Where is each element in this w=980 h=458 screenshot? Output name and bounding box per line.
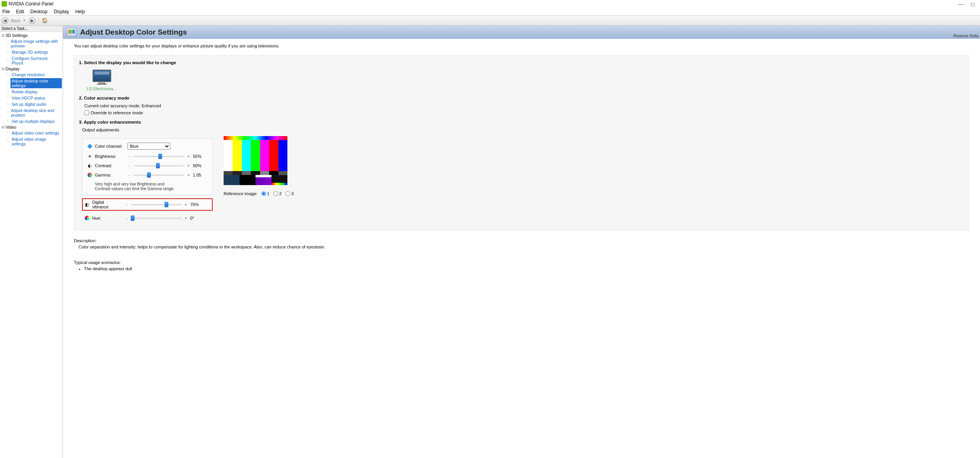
vibrance-slider[interactable] — [131, 202, 182, 207]
minus-icon: - — [128, 173, 131, 177]
intro-text: You can adjust desktop color settings fo… — [74, 44, 969, 48]
menu-display[interactable]: Display — [53, 9, 70, 14]
tree-link[interactable]: Configure Surround, PhysX — [11, 56, 62, 66]
tree-expander-icon[interactable]: ⊟ — [1, 125, 5, 129]
main-pane: Adjust Desktop Color Settings Restore De… — [63, 26, 980, 458]
display-thumbnail[interactable]: LG Electronics... — [87, 70, 117, 91]
step1-label: 1. Select the display you would like to … — [79, 60, 964, 65]
monitor-icon — [93, 70, 111, 82]
usage-section: Typical usage scenarios: The desktop app… — [74, 260, 969, 271]
contrast-label: Contrast: — [95, 163, 125, 168]
plus-icon: + — [187, 163, 191, 168]
tree-link[interactable]: Set up digital audio — [11, 101, 47, 107]
brightness-slider[interactable] — [134, 154, 184, 159]
gamma-label: Gamma: — [95, 173, 125, 177]
tree-expander-icon[interactable]: ⊟ — [1, 67, 5, 71]
sidebar-header: Select a Task... — [0, 26, 63, 32]
title-bar: NVIDIA Control Panel — ◻ — [0, 0, 980, 8]
menu-bar: File Edit Desktop Display Help — [0, 8, 980, 16]
usage-item: The desktop appears dull — [84, 266, 969, 271]
tree-link[interactable]: Set up multiple displays — [11, 119, 55, 124]
output-adjustments-label: Output adjustments — [82, 128, 964, 132]
description-header: Description: — [74, 238, 969, 243]
menu-desktop[interactable]: Desktop — [30, 9, 48, 14]
tree-link[interactable]: Adjust video image settings — [11, 136, 62, 147]
gamma-note: Very high and very low Brightness and Co… — [95, 182, 180, 191]
window-title: NVIDIA Control Panel — [9, 1, 955, 7]
brightness-value: 55% — [193, 154, 207, 159]
step3-label: 3. Apply color enhancements — [79, 120, 964, 124]
home-button[interactable]: 🏠 — [41, 17, 49, 24]
tree-link[interactable]: Manage 3D settings — [11, 49, 49, 55]
settings-panel: 1. Select the display you would like to … — [74, 55, 969, 231]
restore-defaults-button[interactable]: Restore Defa — [953, 33, 978, 38]
vibrance-icon: ◧ — [84, 202, 90, 207]
minus-icon: - — [128, 154, 131, 159]
plus-icon: + — [187, 154, 191, 159]
menu-file[interactable]: File — [2, 9, 10, 14]
override-reference-checkbox[interactable] — [84, 110, 89, 115]
tree-link[interactable]: Adjust desktop size and position — [10, 108, 62, 118]
minimize-button[interactable]: — — [955, 1, 967, 7]
back-button[interactable]: ◀ — [2, 17, 9, 24]
vibrance-value: 75% — [190, 202, 204, 207]
digital-vibrance-row: ◧ Digital vibrance: - + 75% — [82, 198, 213, 211]
toolbar-separator — [38, 17, 38, 24]
usage-header: Typical usage scenarios: — [74, 260, 969, 265]
contrast-slider[interactable] — [134, 163, 184, 168]
minus-icon: - — [125, 216, 129, 220]
page-header: Adjust Desktop Color Settings Restore De… — [63, 26, 980, 39]
reference-image — [224, 136, 287, 185]
gamma-slider[interactable] — [134, 172, 184, 178]
hue-icon — [84, 215, 90, 221]
minus-icon: - — [128, 163, 131, 168]
description-section: Description: Color separation and intens… — [74, 238, 969, 249]
display-name-label: LG Electronics... — [87, 86, 117, 91]
sidebar: Select a Task... ⊟3D Settings└Adjust ima… — [0, 26, 63, 458]
brightness-label: Brightness: — [95, 154, 125, 159]
tree-link[interactable]: Adjust image settings with preview — [10, 38, 62, 49]
tree-group[interactable]: 3D Settings — [5, 33, 28, 38]
back-label: Back — [11, 18, 20, 23]
tree-link[interactable]: Adjust video color settings — [11, 130, 60, 136]
tree-link[interactable]: Adjust desktop color settings — [10, 78, 62, 88]
override-reference-label: Override to reference mode — [91, 110, 143, 115]
gamma-icon — [87, 172, 93, 178]
brightness-icon: ☀ — [87, 154, 93, 159]
minus-icon: - — [125, 202, 129, 207]
contrast-icon: ◐ — [87, 163, 93, 168]
back-dropdown-icon[interactable]: ▼ — [23, 19, 26, 22]
tree-expander-icon[interactable]: ⊟ — [1, 33, 5, 37]
tree-link[interactable]: View HDCP status — [11, 95, 46, 101]
color-settings-icon — [67, 28, 76, 37]
vibrance-label: Digital vibrance: — [92, 200, 122, 209]
hue-label: Hue: — [92, 216, 122, 220]
gamma-value: 1.05 — [193, 173, 207, 177]
ref-image-3[interactable]: 3 — [285, 191, 294, 196]
menu-help[interactable]: Help — [74, 9, 86, 14]
ref-image-1[interactable]: 1 — [261, 191, 270, 196]
tree-link[interactable]: Rotate display — [11, 89, 38, 94]
color-channel-icon: 🔷 — [87, 143, 93, 149]
toolbar: ◀ Back ▼ ▶ 🏠 — [0, 16, 980, 26]
hue-value: 0° — [190, 216, 204, 220]
plus-icon: + — [184, 216, 188, 220]
menu-edit[interactable]: Edit — [15, 9, 25, 14]
color-channel-label: Color channel: — [95, 144, 125, 149]
task-tree: ⊟3D Settings└Adjust image settings with … — [0, 32, 63, 148]
maximize-button[interactable]: ◻ — [967, 1, 978, 7]
tree-group[interactable]: Display — [5, 66, 19, 71]
nvidia-icon — [2, 1, 7, 7]
description-text: Color separation and intensity; helps to… — [79, 245, 969, 249]
hue-slider[interactable] — [131, 215, 182, 221]
forward-button[interactable]: ▶ — [29, 17, 36, 24]
page-title: Adjust Desktop Color Settings — [80, 28, 187, 37]
tree-group[interactable]: Video — [5, 125, 16, 129]
ref-image-2[interactable]: 2 — [273, 191, 282, 196]
accuracy-current-label: Current color accuracy mode: Enhanced — [84, 103, 964, 108]
contrast-value: 50% — [193, 163, 207, 168]
plus-icon: + — [184, 202, 188, 207]
tree-link[interactable]: Change resolution — [11, 72, 46, 77]
color-channel-select[interactable]: Blue — [128, 143, 170, 150]
plus-icon: + — [187, 173, 191, 177]
